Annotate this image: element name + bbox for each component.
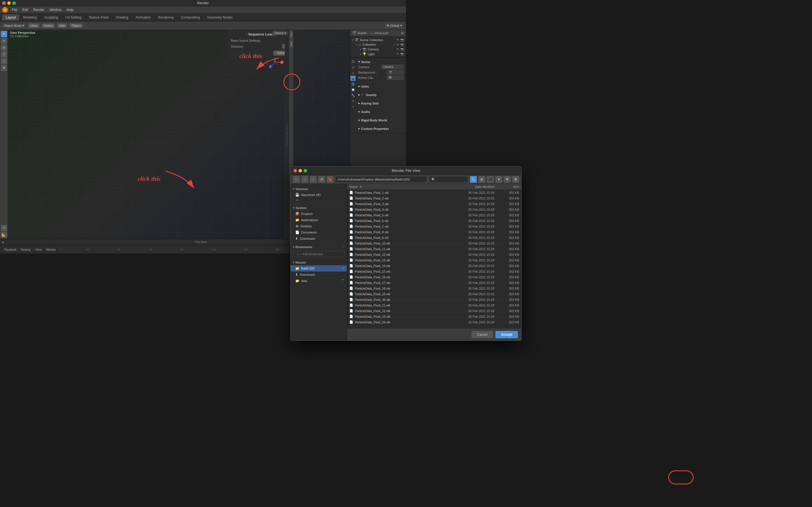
camera-vis-icon[interactable]: 👁 <box>396 48 399 51</box>
volumes-section-header[interactable]: ▾ Volumes <box>291 186 347 192</box>
nav-up-button[interactable]: ↑ <box>310 176 317 183</box>
light-render-icon[interactable]: 📷 <box>400 52 404 55</box>
properties-settings-icon[interactable]: ⚙ <box>401 31 404 35</box>
add-bookmark-button[interactable]: + + Add Bookmark <box>293 251 345 253</box>
file-row[interactable]: 📄 ParticleData_Fluid_3.vtk 26 Feb 2021 1… <box>347 201 406 207</box>
view-layer-props-icon[interactable]: 🗂 <box>350 70 356 75</box>
documents-item[interactable]: 📄 Documents <box>291 229 347 235</box>
background-props-value[interactable]: 🎬 <box>387 70 404 74</box>
transform-tool-icon[interactable]: ✥ <box>1 65 7 71</box>
output-props-icon[interactable]: 🖨 <box>350 64 356 69</box>
cursor-tool-icon[interactable]: ✛ <box>1 38 7 44</box>
light-vis-icon[interactable]: 👁 <box>396 52 399 55</box>
menu-file[interactable]: File <box>10 7 19 12</box>
file-row[interactable]: 📄 ParticleData_Fluid_9.vtk 26 Feb 2021 1… <box>347 235 406 240</box>
rigid-body-world-section-header[interactable]: ▸ Rigid Body World <box>358 118 404 122</box>
modifier-props-icon[interactable]: 🔧 <box>350 93 356 98</box>
file-row[interactable]: 📄 ParticleData_Fluid_10.vtk 26 Feb 2021 … <box>347 240 406 246</box>
tab-compositing[interactable]: Compositing <box>177 14 203 20</box>
file-row[interactable]: 📄 ParticleData_Fluid_7.vtk 26 Feb 2021 1… <box>347 224 406 229</box>
scene-collection-item[interactable]: ▾ 🎬 Scene Collection 👁 📷 <box>350 38 406 42</box>
scene-collection-vis-icon[interactable]: 👁 <box>396 38 399 41</box>
nav-forward-button[interactable]: → <box>301 176 308 183</box>
downloads-system-item[interactable]: ⬇ Downloads <box>291 235 347 242</box>
move-tool-icon[interactable]: ⊕ <box>1 45 7 51</box>
window-controls[interactable] <box>2 1 16 5</box>
menu-help[interactable]: Help <box>64 7 76 12</box>
bookmarks-section-header[interactable]: ▾ Bookmarks ··· <box>291 244 347 250</box>
camera-props-value[interactable]: Camera <box>381 65 404 69</box>
file-row[interactable]: 📄 ParticleData_Fluid_4.vtk 26 Feb 2021 1… <box>347 207 406 212</box>
active-clip-value[interactable]: 🎞 <box>387 75 404 80</box>
particles-props-icon[interactable]: ✦ <box>350 98 356 103</box>
measure-tool-icon[interactable]: 📐 <box>1 231 7 238</box>
transform-selector[interactable]: ⊕ Global ▾ <box>385 23 404 28</box>
view-menu[interactable]: View <box>28 23 40 28</box>
dialog-maximize-button[interactable] <box>304 169 307 172</box>
collection-item[interactable]: ▾ 🗂 Collection ✓ 👁 📷 <box>350 42 406 47</box>
dialog-close-button[interactable] <box>294 169 297 172</box>
tab-shading[interactable]: Shading <box>112 14 132 20</box>
collection-render-icon[interactable]: 📷 <box>400 43 404 46</box>
gravity-checkbox[interactable]: ✓ <box>361 93 364 97</box>
tab-animation[interactable]: Animation <box>132 14 154 20</box>
file-row[interactable]: 📄 ParticleData_Fluid_5.vtk 26 Feb 2021 1… <box>347 212 406 218</box>
menu-render[interactable]: Render <box>31 7 47 12</box>
collection-checkbox-icon[interactable]: ✓ <box>393 43 395 46</box>
scene-props-icon[interactable]: 🎬 <box>350 76 356 81</box>
render-props-icon[interactable]: 🎥 <box>350 59 356 64</box>
physics-props-icon[interactable]: ⚛ <box>350 104 356 109</box>
tab-rendering[interactable]: Rendering <box>154 14 177 20</box>
view-menu-timeline[interactable]: View <box>33 247 43 252</box>
light-tree-item[interactable]: ▸ 💡 Light 👁 📷 <box>350 52 406 56</box>
minimize-button[interactable] <box>7 1 11 5</box>
file-row[interactable]: 📄 ParticleData_Fluid_12.vtk 26 Feb 2021 … <box>347 252 406 253</box>
file-list[interactable]: 📄 ParticleData_Fluid_1.vtk 26 Feb 2021 1… <box>347 190 406 253</box>
keying-sets-section-header[interactable]: ▸ Keying Sets <box>358 101 404 106</box>
tab-layout[interactable]: Layout <box>2 14 19 20</box>
macintosh-hd-expand[interactable]: ▶ ··· <box>291 198 347 203</box>
nav-back-button[interactable]: ← <box>293 176 300 183</box>
dropbox-item[interactable]: 📦 Dropbox <box>291 211 347 217</box>
mode-selector[interactable]: Object Mode ▾ <box>2 23 26 28</box>
file-row[interactable]: 📄 ParticleData_Fluid_1.vtk 26 Feb 2021 1… <box>347 190 406 195</box>
marker-menu[interactable]: Marker <box>45 247 57 252</box>
close-button[interactable] <box>2 1 6 5</box>
dialog-window-controls[interactable] <box>294 169 307 172</box>
applications-item[interactable]: 📁 Applications <box>291 217 347 223</box>
file-row[interactable]: 📄 ParticleData_Fluid_8.vtk 26 Feb 2021 1… <box>347 229 406 235</box>
custom-properties-section-header[interactable]: ▸ Custom Properties <box>358 126 404 131</box>
file-row[interactable]: 📄 ParticleData_Fluid_11.vtk 26 Feb 2021 … <box>347 246 406 252</box>
tool-tab[interactable]: Tool <box>289 31 293 39</box>
select-tool-icon[interactable]: ↖ <box>1 31 7 37</box>
object-props-icon[interactable]: 🔲 <box>350 87 356 92</box>
tab-uv-editing[interactable]: UV Editing <box>62 14 85 20</box>
path-input[interactable] <box>335 176 406 183</box>
timeline-ruler[interactable]: 0 20 40 60 80 100 120 140 <box>60 245 322 253</box>
tab-texture-paint[interactable]: Texture Paint <box>86 14 112 20</box>
units-section-header[interactable]: ▸ Units <box>358 84 404 89</box>
dialog-minimize-button[interactable] <box>299 169 302 172</box>
scene-collection-render-icon[interactable]: 📷 <box>400 38 404 41</box>
desktop-item[interactable]: 🖥 Desktop <box>291 223 347 229</box>
menu-window[interactable]: Window <box>47 7 64 12</box>
tab-sculpting[interactable]: Sculpting <box>41 14 61 20</box>
maximize-button[interactable] <box>12 1 16 5</box>
scene-section-header[interactable]: ▾ Scene <box>358 59 404 64</box>
column-name-header[interactable]: Name ▼ <box>349 185 406 188</box>
scale-tool-icon[interactable]: ⤡ <box>1 58 7 64</box>
object-menu[interactable]: Object <box>69 23 83 28</box>
gravity-section-header[interactable]: ▸ ✓ Gravity <box>358 93 404 97</box>
keying-menu[interactable]: Keying <box>19 247 33 252</box>
playback-menu[interactable]: Playback <box>2 247 18 252</box>
options-button[interactable]: Options ▾ <box>272 31 288 35</box>
camera-render-icon[interactable]: 📷 <box>400 48 404 51</box>
select-menu[interactable]: Select <box>42 23 55 28</box>
tab-geometry-nodes[interactable]: Geometry Nodes <box>204 14 236 20</box>
collection-vis-icon[interactable]: 👁 <box>396 43 399 46</box>
camera-tree-item[interactable]: ▸ 📷 Camera 👁 📷 <box>350 47 406 52</box>
annotate-tool-icon[interactable]: ✏ <box>1 225 7 231</box>
nav-refresh-button[interactable]: ↺ <box>318 176 325 183</box>
nav-bookmark-button[interactable]: 🔖 <box>327 176 334 183</box>
file-row[interactable]: 📄 ParticleData_Fluid_6.vtk 26 Feb 2021 1… <box>347 218 406 224</box>
